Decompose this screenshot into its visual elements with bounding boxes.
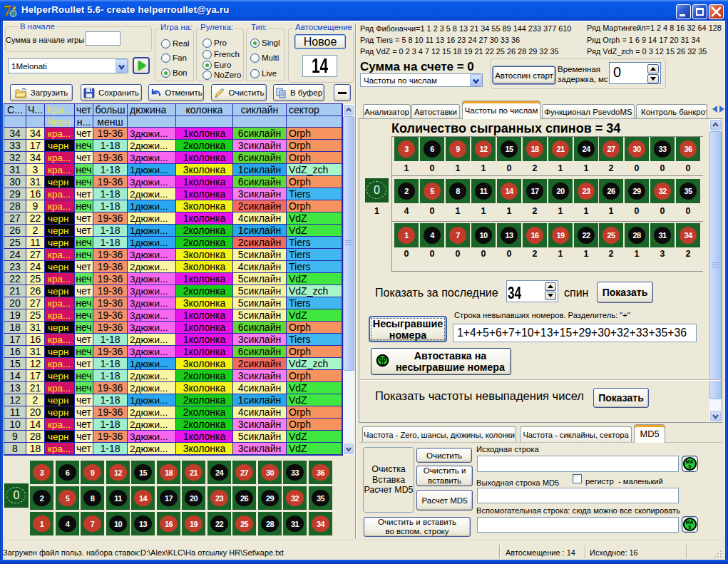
svg-text:5: 5 [688, 525, 691, 530]
svg-text:МА: МА [686, 459, 694, 464]
svg-text:7: 7 [4, 3, 11, 19]
svg-text:5: 5 [688, 464, 691, 469]
svg-text:МА: МА [686, 520, 694, 525]
